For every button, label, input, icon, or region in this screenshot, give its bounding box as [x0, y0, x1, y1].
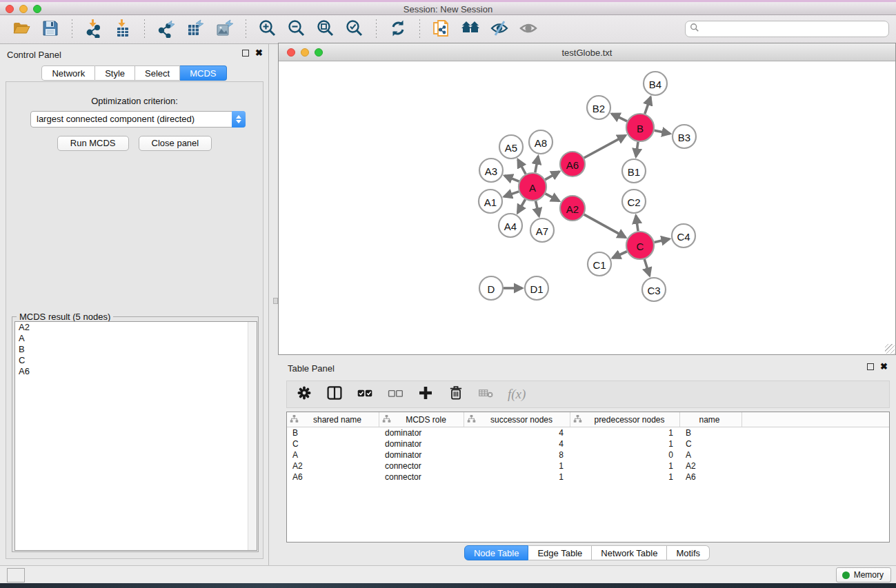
table-row[interactable]: Adominator80A [287, 449, 889, 460]
cell-successor-nodes[interactable]: 4 [464, 427, 570, 438]
tab-motifs[interactable]: Motifs [667, 545, 710, 560]
add-column-button[interactable] [417, 385, 435, 403]
close-panel-icon[interactable]: ✖ [255, 50, 263, 57]
cell-name[interactable]: B [680, 427, 742, 438]
edge-B-B1[interactable] [636, 142, 638, 156]
cell-name[interactable]: A [680, 449, 742, 460]
close-table-panel-icon[interactable]: ✖ [880, 363, 888, 370]
cell-predecessor-nodes[interactable]: 0 [570, 449, 680, 460]
mcds-result-list[interactable]: A2ABCA6 [14, 321, 257, 551]
cell-shared-name[interactable]: A2 [287, 460, 379, 472]
open-session-button[interactable] [11, 19, 32, 40]
edge-A-A7[interactable] [536, 201, 539, 216]
edge-A6-B[interactable] [584, 135, 626, 158]
result-scrollbar[interactable] [248, 322, 257, 550]
node-B3[interactable]: B3 [673, 125, 696, 148]
cell-successor-nodes[interactable]: 1 [464, 472, 570, 483]
column-header-name[interactable]: name [680, 412, 742, 427]
column-header-MCDS-role[interactable]: MCDS role [379, 412, 464, 427]
node-A4[interactable]: A4 [499, 214, 522, 237]
show-graphics-details-button[interactable] [518, 19, 539, 40]
import-table-button[interactable] [112, 19, 133, 40]
network-canvas[interactable]: AA1A2A3A4A5A6A7A8BB1B2B3B4CC1C2C3C4DD1 [279, 62, 895, 354]
zoom-selected-button[interactable] [344, 19, 365, 40]
node-C3[interactable]: C3 [642, 278, 666, 301]
node-A7[interactable]: A7 [530, 219, 554, 242]
zoom-fit-button[interactable] [315, 19, 336, 40]
edge-A-A1[interactable] [504, 192, 519, 196]
edge-A-A8[interactable] [535, 156, 538, 173]
toggle-column-view-button[interactable] [326, 385, 344, 403]
result-item[interactable]: B [15, 344, 257, 355]
cell-MCDS-role[interactable]: dominator [379, 427, 464, 438]
cell-MCDS-role[interactable]: connector [379, 472, 464, 483]
float-panel-icon[interactable] [242, 50, 249, 57]
zoom-out-button[interactable] [286, 19, 307, 40]
node-A2[interactable]: A2 [560, 196, 585, 221]
delete-column-button[interactable] [447, 385, 465, 403]
edge-A-A2[interactable] [546, 194, 559, 201]
node-A3[interactable]: A3 [479, 159, 503, 182]
edge-A-A6[interactable] [545, 172, 559, 180]
cell-name[interactable]: A2 [680, 460, 742, 472]
node-D1[interactable]: D1 [525, 276, 548, 300]
table-row[interactable]: A2connector11A2 [287, 460, 889, 472]
node-B4[interactable]: B4 [644, 72, 667, 95]
export-network-button[interactable] [156, 19, 177, 40]
panel-menu-button[interactable] [7, 568, 25, 582]
result-item[interactable]: A6 [15, 366, 257, 377]
edge-C-C2[interactable] [636, 216, 638, 231]
deselect-all-rows-button[interactable] [386, 385, 404, 403]
search-input[interactable] [699, 24, 888, 34]
export-image-button[interactable] [214, 19, 235, 40]
cell-successor-nodes[interactable]: 4 [464, 438, 570, 449]
result-item[interactable]: A [15, 333, 257, 344]
edge-C-C1[interactable] [613, 252, 627, 258]
cell-predecessor-nodes[interactable]: 1 [570, 427, 680, 438]
cell-predecessor-nodes[interactable]: 1 [570, 460, 680, 472]
edge-C-C4[interactable] [654, 239, 669, 243]
hide-graphics-details-button[interactable] [489, 19, 510, 40]
node-A1[interactable]: A1 [479, 190, 502, 213]
cell-predecessor-nodes[interactable]: 1 [570, 438, 680, 449]
table-row[interactable]: Bdominator41B [287, 427, 889, 438]
tab-node-table[interactable]: Node Table [464, 545, 529, 560]
cell-shared-name[interactable]: A [287, 449, 379, 460]
tab-network-table[interactable]: Network Table [592, 545, 667, 560]
split-divider-grip[interactable] [273, 298, 278, 304]
node-B1[interactable]: B1 [622, 159, 646, 183]
edge-B-B2[interactable] [612, 114, 627, 121]
cell-MCDS-role[interactable]: dominator [379, 449, 464, 460]
node-B2[interactable]: B2 [587, 96, 610, 119]
edge-A-A4[interactable] [517, 199, 525, 213]
edge-A-A5[interactable] [518, 160, 526, 174]
refresh-button[interactable] [388, 19, 408, 40]
table-row[interactable]: A6connector11A6 [287, 472, 889, 483]
run-mcds-button[interactable]: Run MCDS [57, 136, 129, 151]
tab-edge-table[interactable]: Edge Table [528, 545, 592, 560]
memory-button[interactable]: Memory [836, 567, 891, 582]
tab-select[interactable]: Select [135, 65, 180, 81]
cell-MCDS-role[interactable]: connector [379, 460, 464, 472]
node-D[interactable]: D [479, 276, 503, 300]
node-A8[interactable]: A8 [529, 130, 552, 154]
node-C[interactable]: C [626, 232, 654, 259]
column-header-successor-nodes[interactable]: successor nodes [464, 412, 570, 427]
tab-network[interactable]: Network [41, 65, 95, 81]
cell-successor-nodes[interactable]: 1 [464, 460, 570, 472]
cell-successor-nodes[interactable]: 8 [464, 449, 570, 460]
network-graph[interactable]: AA1A2A3A4A5A6A7A8BB1B2B3B4CC1C2C3C4DD1 [279, 62, 895, 354]
result-item[interactable]: C [15, 355, 257, 366]
result-item[interactable]: A2 [15, 322, 257, 333]
node-A5[interactable]: A5 [499, 135, 523, 159]
edge-A2-C[interactable] [584, 214, 626, 237]
import-network-button[interactable] [83, 19, 104, 40]
network-from-file-button[interactable] [431, 19, 452, 40]
tab-style[interactable]: Style [95, 65, 135, 81]
node-B[interactable]: B [626, 114, 654, 141]
network-window-titlebar[interactable]: testGlobe.txt [279, 43, 895, 61]
select-all-rows-button[interactable] [356, 385, 374, 403]
float-table-panel-icon[interactable] [867, 363, 874, 370]
edge-B-B4[interactable] [645, 97, 650, 114]
cell-shared-name[interactable]: B [287, 427, 379, 438]
